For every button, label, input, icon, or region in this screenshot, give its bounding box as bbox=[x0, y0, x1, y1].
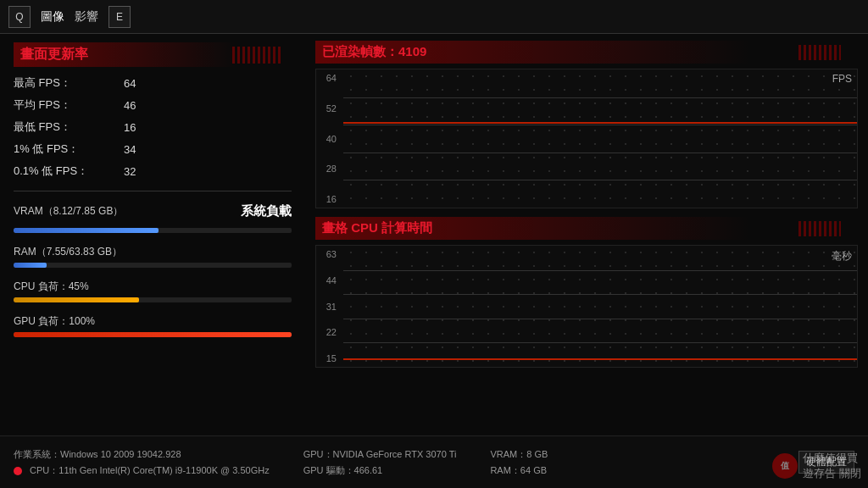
pct1-fps-value: 34 bbox=[124, 143, 136, 156]
cpu-chart-area bbox=[343, 246, 857, 367]
footer-memory-info: VRAM：8 GB RAM：64 GB bbox=[490, 448, 548, 477]
nav-btn-e[interactable]: E bbox=[108, 6, 131, 28]
avg-fps-label: 平均 FPS： bbox=[14, 97, 124, 113]
status-dot bbox=[14, 467, 22, 475]
fps-y-52: 52 bbox=[318, 103, 340, 114]
cpu-y-63: 63 bbox=[318, 249, 340, 259]
cpu-bar-fill bbox=[14, 297, 139, 302]
avg-fps-row: 平均 FPS： 46 bbox=[14, 97, 292, 113]
cpu-grid-line-4 bbox=[343, 342, 857, 343]
gpu-driver: GPU 驅動：466.61 bbox=[303, 464, 457, 477]
ram-bar-fill bbox=[14, 263, 47, 268]
nav-image[interactable]: 圖像 bbox=[41, 9, 64, 25]
cpu-y-labels: 63 44 31 22 15 bbox=[316, 246, 342, 367]
cpu-chart-container: 63 44 31 22 15 毫秒 bbox=[315, 245, 858, 368]
gpu-model: GPU：NVIDIA GeForce RTX 3070 Ti bbox=[303, 448, 457, 461]
max-fps-row: 最高 FPS： 64 bbox=[14, 75, 292, 91]
gpu-bar-track bbox=[14, 332, 292, 337]
fps-chart-title: 已渲染幀數：4109 bbox=[315, 41, 858, 64]
cpu-y-31: 31 bbox=[318, 302, 340, 312]
vram-resource bbox=[14, 228, 292, 233]
cpu-resource: CPU 負荷：45% bbox=[14, 280, 292, 302]
ram-bar-track bbox=[14, 263, 292, 268]
cpu-data-line bbox=[343, 358, 857, 360]
fps-chart-container: 64 52 40 28 16 FPS bbox=[315, 69, 858, 208]
left-panel: 畫面更新率 最高 FPS： 64 平均 FPS： 46 最低 FPS： 16 1… bbox=[0, 34, 305, 435]
cpu-y-22: 22 bbox=[318, 327, 340, 337]
fps-grid-line-4 bbox=[343, 180, 857, 180]
cpu-grid-line-1 bbox=[343, 270, 857, 271]
min-fps-row: 最低 FPS： 16 bbox=[14, 119, 292, 135]
min-fps-label: 最低 FPS： bbox=[14, 119, 124, 135]
fps-grid-line-3 bbox=[343, 152, 857, 153]
cpu-y-15: 15 bbox=[318, 353, 340, 363]
gpu-resource: GPU 負荷：100% bbox=[14, 314, 292, 337]
cpu-info: CPU：11th Gen Intel(R) Core(TM) i9-11900K… bbox=[14, 464, 270, 477]
cpu-chart-section: 畫格 CPU 計算時間 63 44 31 22 15 毫秒 bbox=[315, 217, 858, 368]
fps-y-64: 64 bbox=[318, 73, 340, 83]
fps-y-16: 16 bbox=[318, 194, 340, 204]
fps-y-28: 28 bbox=[318, 164, 340, 174]
cpu-bar-track bbox=[14, 297, 292, 302]
cpu-grid-line-2 bbox=[343, 294, 857, 295]
vram-bar-fill bbox=[14, 228, 159, 233]
watermark-logo: 值 bbox=[772, 453, 798, 479]
gpu-bar-fill bbox=[14, 332, 292, 337]
fps-data-line bbox=[343, 122, 857, 124]
fps-canvas bbox=[343, 69, 857, 208]
ram-resource: RAM（7.55/63.83 GB） bbox=[14, 245, 292, 268]
vram-label: VRAM（8.12/7.85 GB） bbox=[14, 204, 123, 219]
vram-bar-track bbox=[14, 228, 292, 233]
pct1-fps-label: 1% 低 FPS： bbox=[14, 141, 124, 157]
watermark-text: 什麼值得買 遊存告 關閉 bbox=[803, 451, 861, 481]
fps-chart-area bbox=[343, 69, 857, 208]
divider1 bbox=[14, 191, 292, 191]
fps-y-labels: 64 52 40 28 16 bbox=[316, 69, 342, 208]
footer: 作業系統：Windows 10 2009 19042.928 CPU：11th … bbox=[0, 435, 868, 488]
ram-info: RAM：64 GB bbox=[490, 464, 548, 477]
fps-grid-line-2 bbox=[343, 125, 857, 125]
cpu-grid-line-3 bbox=[343, 319, 857, 319]
cpu-canvas bbox=[343, 246, 857, 367]
pct01-fps-value: 32 bbox=[124, 165, 136, 178]
pct01-fps-row: 0.1% 低 FPS： 32 bbox=[14, 164, 292, 179]
cpu-y-44: 44 bbox=[318, 275, 340, 286]
ram-label: RAM（7.55/63.83 GB） bbox=[14, 245, 292, 259]
cpu-load-label: CPU 負荷：45% bbox=[14, 280, 292, 294]
watermark: 值 什麼值得買 遊存告 關閉 bbox=[772, 451, 861, 481]
refresh-rate-title: 畫面更新率 bbox=[14, 42, 292, 67]
nav-effect[interactable]: 影響 bbox=[75, 9, 98, 25]
fps-y-40: 40 bbox=[318, 134, 340, 144]
top-bar: Q 圖像 影響 E bbox=[0, 0, 868, 34]
max-fps-value: 64 bbox=[124, 77, 136, 90]
gpu-load-label: GPU 負荷：100% bbox=[14, 314, 292, 329]
avg-fps-value: 46 bbox=[124, 99, 136, 112]
system-load-label: 系統負載 bbox=[241, 203, 292, 219]
footer-gpu-info: GPU：NVIDIA GeForce RTX 3070 Ti GPU 驅動：46… bbox=[303, 448, 457, 477]
right-panel: 已渲染幀數：4109 64 52 40 28 16 FPS bbox=[305, 34, 868, 435]
pct1-fps-row: 1% 低 FPS： 34 bbox=[14, 141, 292, 157]
min-fps-value: 16 bbox=[124, 121, 136, 134]
cpu-chart-title: 畫格 CPU 計算時間 bbox=[315, 217, 858, 240]
fps-grid-line-1 bbox=[343, 97, 857, 98]
max-fps-label: 最高 FPS： bbox=[14, 75, 124, 91]
fps-chart-section: 已渲染幀數：4109 64 52 40 28 16 FPS bbox=[315, 41, 858, 208]
vram-info: VRAM：8 GB bbox=[490, 448, 548, 461]
nav-btn-q[interactable]: Q bbox=[8, 6, 31, 28]
os-info: 作業系統：Windows 10 2009 19042.928 bbox=[14, 448, 270, 461]
pct01-fps-label: 0.1% 低 FPS： bbox=[14, 164, 124, 179]
footer-system-info: 作業系統：Windows 10 2009 19042.928 CPU：11th … bbox=[14, 448, 270, 477]
